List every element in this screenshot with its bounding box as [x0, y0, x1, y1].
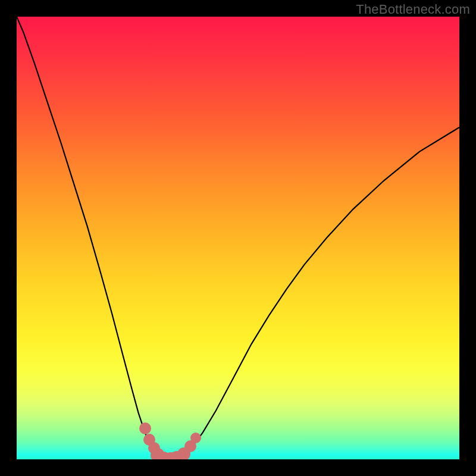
plot-area — [17, 17, 459, 459]
curve-marker — [139, 422, 151, 434]
curve-marker — [190, 433, 201, 443]
curve-markers — [17, 17, 459, 459]
chart-frame: TheBottleneck.com — [0, 0, 476, 476]
attribution-text: TheBottleneck.com — [356, 2, 470, 17]
